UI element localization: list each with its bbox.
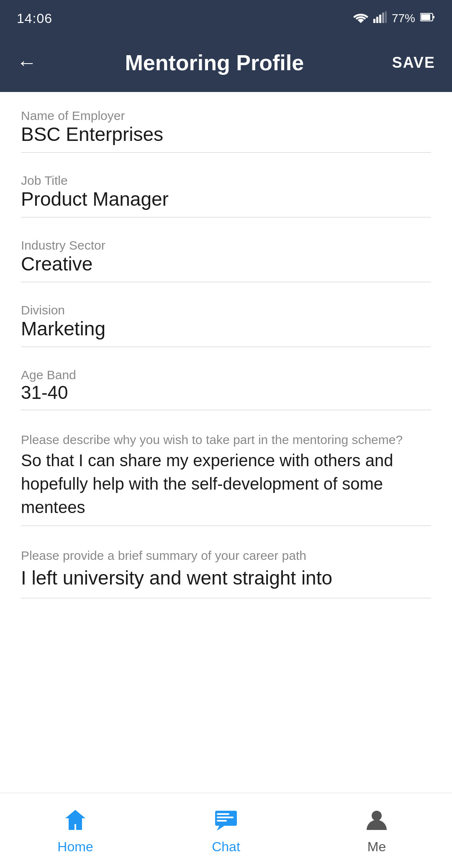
employer-label: Name of Employer	[21, 109, 125, 123]
status-bar: 14:06 77%	[0, 0, 452, 33]
svg-rect-4	[385, 11, 387, 23]
job-title-field: Job Title Product Manager	[21, 174, 431, 217]
svg-point-13	[372, 811, 382, 821]
svg-marker-12	[217, 826, 224, 831]
chat-label: Chat	[212, 839, 240, 855]
signal-icon	[373, 11, 387, 26]
nav-me[interactable]: Me	[301, 807, 452, 855]
nav-home[interactable]: Home	[0, 807, 151, 855]
employer-value[interactable]: BSC Enterprises	[21, 123, 431, 153]
svg-rect-2	[379, 15, 381, 23]
industry-sector-field: Industry Sector Creative	[21, 238, 431, 282]
division-value[interactable]: Marketing	[21, 317, 431, 347]
mentoring-reason-label: Please describe why you wish to take par…	[21, 433, 403, 447]
header: ← Mentoring Profile SAVE	[0, 33, 452, 92]
job-title-value[interactable]: Product Manager	[21, 188, 431, 217]
battery-percent: 77%	[392, 12, 415, 25]
svg-rect-7	[433, 16, 434, 18]
division-field: Division Marketing	[21, 303, 431, 347]
chat-icon	[213, 807, 239, 835]
me-icon	[363, 807, 390, 835]
svg-rect-0	[373, 19, 375, 23]
job-title-label: Job Title	[21, 174, 68, 187]
status-icons: 77%	[353, 11, 435, 26]
age-band-field: Age Band 31-40	[21, 368, 431, 410]
svg-rect-10	[217, 817, 234, 818]
status-time: 14:06	[17, 11, 52, 26]
form-content: Name of Employer BSC Enterprises Job Tit…	[0, 92, 452, 703]
mentoring-reason-value[interactable]: So that I can share my experience with o…	[21, 449, 431, 526]
battery-icon	[420, 12, 435, 25]
career-summary-label: Please provide a brief summary of your c…	[21, 549, 306, 562]
industry-sector-value[interactable]: Creative	[21, 253, 431, 282]
svg-rect-11	[217, 820, 227, 822]
employer-field: Name of Employer BSC Enterprises	[21, 109, 431, 153]
svg-rect-6	[421, 14, 430, 20]
career-summary-value[interactable]: I left university and went straight into	[21, 564, 431, 598]
svg-rect-3	[382, 13, 384, 23]
svg-rect-9	[217, 813, 229, 815]
division-label: Division	[21, 303, 65, 317]
nav-chat[interactable]: Chat	[151, 807, 301, 855]
me-label: Me	[367, 839, 386, 855]
home-label: Home	[57, 839, 93, 855]
industry-sector-label: Industry Sector	[21, 238, 105, 252]
home-icon	[62, 807, 89, 835]
page-title: Mentoring Profile	[37, 50, 392, 75]
mentoring-reason-field: Please describe why you wish to take par…	[21, 431, 431, 526]
age-band-value[interactable]: 31-40	[21, 382, 431, 410]
back-button[interactable]: ←	[17, 53, 37, 73]
age-band-label: Age Band	[21, 368, 76, 382]
bottom-navigation: Home Chat Me	[0, 793, 452, 868]
svg-rect-1	[376, 17, 378, 23]
save-button[interactable]: SAVE	[392, 54, 435, 71]
career-summary-field: Please provide a brief summary of your c…	[21, 547, 431, 598]
wifi-icon	[353, 11, 368, 26]
